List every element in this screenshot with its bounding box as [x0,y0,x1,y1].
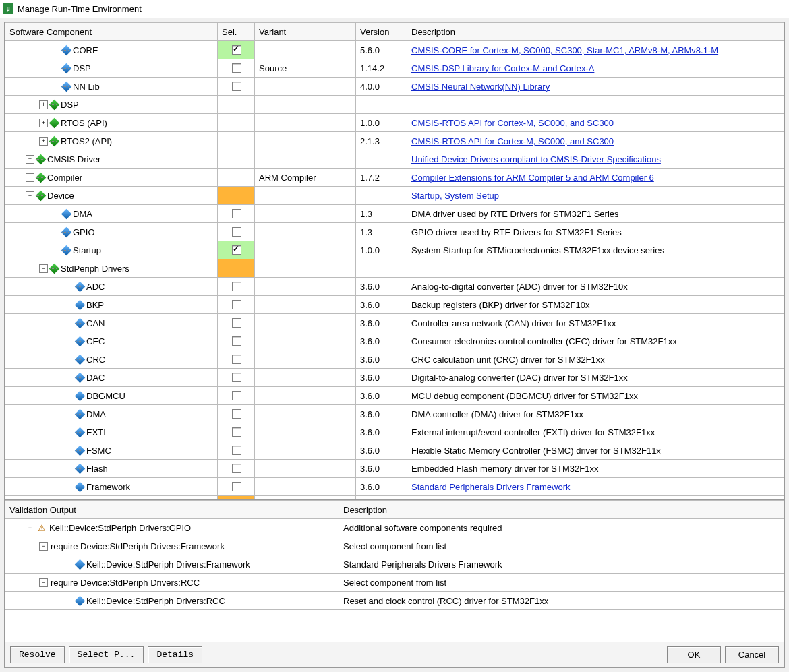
validation-row[interactable]: −require Device:StdPeriph Drivers:RCCSel… [5,574,784,592]
component-row[interactable]: ADC3.6.0Analog-to-digital converter (ADC… [5,278,784,296]
component-row[interactable]: CORE5.6.0CMSIS-CORE for Cortex-M, SC000,… [5,41,784,59]
component-name: NN Lib [73,82,100,92]
component-row[interactable]: Flash3.6.0Embedded Flash memory driver f… [5,460,784,478]
component-row[interactable]: +CMSIS DriverUnified Device Drivers comp… [5,150,784,169]
select-checkbox[interactable] [232,446,241,455]
validation-row[interactable]: Keil::Device:StdPeriph Drivers:RCCReset … [5,592,784,610]
details-button[interactable]: Details [148,646,202,663]
tree-spacer [66,301,74,309]
select-checkbox[interactable] [232,482,241,491]
collapse-icon[interactable]: − [26,191,34,200]
component-row[interactable]: FSMC3.6.0Flexible Static Memory Controll… [5,441,784,460]
select-checkbox[interactable] [232,209,241,218]
component-row[interactable]: CAN3.6.0Controller area network (CAN) dr… [5,314,784,332]
component-row[interactable]: −DeviceStartup, System Setup [5,187,784,205]
ok-button[interactable]: OK [667,646,721,663]
component-row[interactable]: CRC3.6.0CRC calculation unit (CRC) drive… [5,350,784,369]
component-row[interactable]: DSPSource1.14.2CMSIS-DSP Library for Cor… [5,59,784,78]
description-link[interactable]: CMSIS-RTOS API for Cortex-M, SC000, and … [411,118,614,128]
select-checkbox[interactable] [232,427,241,437]
select-checkbox[interactable] [232,409,241,419]
select-checkbox[interactable] [232,355,241,364]
component-row[interactable]: BKP3.6.0Backup registers (BKP) driver fo… [5,296,784,314]
select-checkbox[interactable] [232,245,241,255]
validation-row[interactable]: −require Device:StdPeriph Drivers:Framew… [5,537,784,555]
col-variant[interactable]: Variant [255,23,356,41]
component-row[interactable]: NN Lib4.0.0CMSIS Neural Network(NN) Libr… [5,78,784,96]
col-software-component[interactable]: Software Component [5,23,218,41]
validation-row[interactable] [5,610,784,628]
expand-icon[interactable]: + [39,100,48,109]
select-checkbox[interactable] [232,63,241,73]
select-checkbox[interactable] [232,282,241,291]
tree-spacer [53,228,60,236]
col-validation-output[interactable]: Validation Output [5,501,339,519]
description-link[interactable]: Startup, System Setup [411,191,499,201]
component-row[interactable]: GPIO1.3GPIO driver used by RTE Drivers f… [5,223,784,241]
version-value: 3.6.0 [360,355,380,365]
component-grid[interactable]: Software Component Sel. Variant Version … [5,22,784,499]
component-row[interactable]: DMA3.6.0DMA controller (DMA) driver for … [5,405,784,423]
component-row[interactable]: −StdPeriph Drivers [5,259,784,278]
collapse-icon[interactable]: − [39,578,48,587]
expand-icon[interactable]: + [26,173,34,182]
description-link[interactable]: CMSIS-RTOS API for Cortex-M, SC000, and … [411,136,614,146]
select-checkbox[interactable] [232,318,241,328]
validation-grid[interactable]: Validation Output Description −⚠Keil::De… [5,500,784,642]
component-row[interactable]: DAC3.6.0Digital-to-analog converter (DAC… [5,369,784,387]
validation-row[interactable]: Keil::Device:StdPeriph Drivers:Framework… [5,555,784,574]
component-row[interactable]: DMA1.3DMA driver used by RTE Drivers for… [5,205,784,223]
component-name: EXTI [86,427,106,437]
version-value: 5.6.0 [360,45,380,55]
select-checkbox[interactable] [232,391,241,400]
component-row[interactable]: Startup1.0.0System Startup for STMicroel… [5,241,784,259]
select-checkbox[interactable] [232,300,241,309]
component-name: ADC [86,282,105,292]
validation-row[interactable]: −⚠Keil::Device:StdPeriph Drivers:GPIOAdd… [5,519,784,537]
description-text: Digital-to-analog converter (DAC) driver… [411,373,628,383]
tree-spacer [66,338,74,345]
version-value: 1.14.2 [360,63,384,73]
tree-spacer [66,392,74,400]
component-row[interactable]: CEC3.6.0Consumer electronics control con… [5,332,784,350]
component-row[interactable]: +RTOS2 (API)2.1.3CMSIS-RTOS API for Cort… [5,132,784,150]
collapse-icon[interactable]: − [39,542,48,551]
component-name: Flash [86,464,108,474]
component-row[interactable]: +CompilerARM Compiler1.7.2Compiler Exten… [5,169,784,187]
expand-icon[interactable]: + [39,137,48,146]
expand-icon[interactable]: + [26,155,34,164]
cancel-button[interactable]: Cancel [725,646,779,663]
select-checkbox[interactable] [232,336,241,346]
select-checkbox[interactable] [232,227,241,237]
version-value: 1.7.2 [360,173,380,183]
expand-icon[interactable]: + [39,119,48,127]
component-row[interactable]: Framework3.6.0Standard Peripherals Drive… [5,478,784,496]
select-checkbox[interactable] [232,82,241,91]
col-description[interactable]: Description [407,23,784,41]
component-name: CEC [86,336,105,346]
col-validation-desc[interactable]: Description [339,501,784,519]
description-link[interactable]: CMSIS-DSP Library for Cortex-M and Corte… [411,63,594,73]
select-checkbox[interactable] [232,373,241,382]
description-link[interactable]: CMSIS Neural Network(NN) Library [411,82,550,92]
select-checkbox[interactable] [232,45,241,55]
collapse-icon[interactable]: − [26,524,34,532]
description-link[interactable]: Standard Peripherals Drivers Framework [411,482,571,492]
collapse-icon[interactable]: − [39,264,48,273]
select-checkbox[interactable] [232,464,241,473]
col-version[interactable]: Version [356,23,407,41]
component-row[interactable]: +DSP [5,96,784,114]
description-link[interactable]: Unified Device Drivers compliant to CMSI… [411,154,661,164]
component-name: DMA [73,209,92,219]
col-sel[interactable]: Sel. [218,23,255,41]
select-pack-button[interactable]: Select P... [69,646,144,663]
component-name: CAN [86,318,105,328]
tree-spacer [53,210,60,218]
description-link[interactable]: Compiler Extensions for ARM Compiler 5 a… [411,173,654,183]
component-row[interactable]: +RTOS (API)1.0.0CMSIS-RTOS API for Corte… [5,114,784,132]
component-row[interactable]: DBGMCU3.6.0MCU debug component (DBGMCU) … [5,387,784,405]
resolve-button[interactable]: Resolve [10,646,65,663]
component-row[interactable]: EXTI3.6.0External interrupt/event contro… [5,423,784,441]
app-icon: µ [3,3,13,14]
description-link[interactable]: CMSIS-CORE for Cortex-M, SC000, SC300, S… [411,45,718,55]
